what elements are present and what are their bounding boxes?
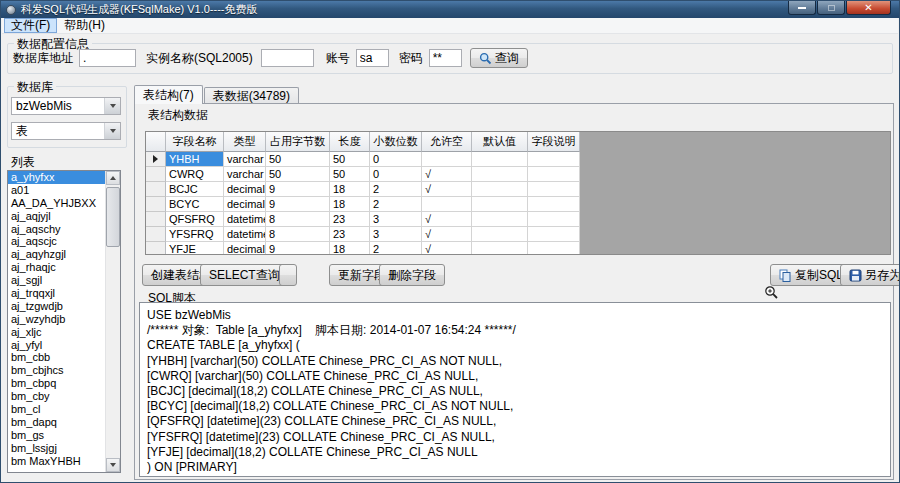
grid-cell[interactable]: 3 bbox=[370, 212, 422, 227]
list-item[interactable]: bm_cby bbox=[8, 390, 105, 403]
list-item[interactable]: aj_sgjl bbox=[8, 274, 105, 287]
sql-script-textbox[interactable]: USE bzWebMis /****** 对象: Table [a_yhyfxx… bbox=[139, 302, 891, 477]
object-type-combobox-dropdown[interactable] bbox=[104, 123, 120, 139]
grid-cell[interactable]: √ bbox=[422, 167, 472, 182]
grid-cell[interactable] bbox=[528, 242, 580, 255]
grid-cell[interactable]: QFSFRQ bbox=[166, 212, 224, 227]
grid-cell[interactable]: 2 bbox=[370, 182, 422, 197]
grid-corner[interactable] bbox=[146, 132, 166, 152]
grid-cell[interactable] bbox=[472, 197, 528, 212]
column-header[interactable]: 允许空 bbox=[422, 132, 472, 152]
grid-cell[interactable]: decimal bbox=[224, 197, 266, 212]
column-header[interactable]: 长度 bbox=[330, 132, 370, 152]
tab-data[interactable]: 表数据(34789) bbox=[204, 87, 299, 104]
list-item[interactable]: aj_xljc bbox=[8, 326, 105, 339]
grid-cell[interactable]: BCJC bbox=[166, 182, 224, 197]
grid-cell[interactable]: 18 bbox=[330, 197, 370, 212]
scroll-down-button[interactable] bbox=[106, 458, 120, 472]
grid-cell[interactable]: 2 bbox=[370, 242, 422, 255]
row-header[interactable] bbox=[146, 197, 166, 212]
column-header[interactable]: 默认值 bbox=[472, 132, 528, 152]
account-input[interactable] bbox=[356, 49, 389, 67]
grid-cell[interactable] bbox=[472, 182, 528, 197]
grid-cell[interactable]: YHBH bbox=[166, 152, 224, 167]
database-combobox-dropdown[interactable] bbox=[104, 98, 120, 114]
list-item[interactable]: aj_yfyl bbox=[8, 339, 105, 352]
list-item[interactable]: bm_cbjhcs bbox=[8, 364, 105, 377]
grid-cell[interactable] bbox=[472, 152, 528, 167]
list-item[interactable]: aj_rhaqjc bbox=[8, 261, 105, 274]
grid-cell[interactable]: 8 bbox=[266, 212, 330, 227]
grid-cell[interactable] bbox=[528, 182, 580, 197]
list-item[interactable]: aj_aqscjc bbox=[8, 235, 105, 248]
list-item[interactable]: aj_trqqxjl bbox=[8, 287, 105, 300]
menu-help[interactable]: 帮助(H) bbox=[57, 18, 112, 33]
menu-file[interactable]: 文件(F) bbox=[4, 18, 57, 33]
grid-cell[interactable]: CWRQ bbox=[166, 167, 224, 182]
row-header-current[interactable] bbox=[146, 152, 166, 167]
minimize-button[interactable] bbox=[788, 1, 816, 15]
list-item[interactable]: bm_dapq bbox=[8, 416, 105, 429]
list-item[interactable]: bm_lssjgj bbox=[8, 442, 105, 455]
list-item[interactable]: aj_aqschy bbox=[8, 223, 105, 236]
grid-cell[interactable] bbox=[528, 152, 580, 167]
grid-cell[interactable]: 50 bbox=[266, 167, 330, 182]
grid-cell[interactable]: 2 bbox=[370, 197, 422, 212]
instance-input[interactable] bbox=[261, 49, 314, 67]
grid-cell[interactable] bbox=[528, 197, 580, 212]
maximize-button[interactable] bbox=[817, 1, 845, 15]
grid-cell[interactable]: √ bbox=[422, 227, 472, 242]
grid-cell[interactable]: √ bbox=[422, 212, 472, 227]
grid-cell[interactable]: 18 bbox=[330, 242, 370, 255]
save-as-button[interactable]: 另存为 bbox=[840, 264, 900, 286]
grid-cell[interactable] bbox=[422, 197, 472, 212]
grid-cell[interactable]: decimal bbox=[224, 242, 266, 255]
list-item[interactable]: bm MaxYHBH bbox=[8, 455, 105, 468]
grid-cell[interactable]: 18 bbox=[330, 182, 370, 197]
add-field-button[interactable] bbox=[279, 264, 297, 286]
grid-cell[interactable]: 50 bbox=[266, 152, 330, 167]
list-item[interactable]: a_yhyfxx bbox=[8, 171, 105, 184]
row-header[interactable] bbox=[146, 227, 166, 242]
scroll-up-button[interactable] bbox=[106, 171, 120, 185]
list-item[interactable]: aj_aqjyjl bbox=[8, 210, 105, 223]
list-item[interactable]: bm_cbpq bbox=[8, 377, 105, 390]
grid-cell[interactable]: 23 bbox=[330, 227, 370, 242]
grid-cell[interactable]: 0 bbox=[370, 167, 422, 182]
list-item[interactable]: AA_DA_YHJBXX bbox=[8, 197, 105, 210]
db-address-input[interactable] bbox=[79, 49, 136, 67]
list-item[interactable]: bm_cl bbox=[8, 403, 105, 416]
grid-cell[interactable]: BCYC bbox=[166, 197, 224, 212]
grid-cell[interactable] bbox=[528, 227, 580, 242]
object-type-combobox[interactable]: 表 bbox=[11, 122, 121, 140]
column-header[interactable]: 字段名称 bbox=[166, 132, 224, 152]
password-input[interactable] bbox=[429, 49, 462, 67]
grid-cell[interactable] bbox=[422, 152, 472, 167]
grid-cell[interactable]: varchar bbox=[224, 167, 266, 182]
list-scrollbar[interactable] bbox=[105, 171, 120, 472]
query-button[interactable]: 查询 bbox=[470, 48, 528, 68]
grid-cell[interactable]: YFJE bbox=[166, 242, 224, 255]
list-item[interactable]: aj_tzgwdjb bbox=[8, 300, 105, 313]
grid-cell[interactable] bbox=[472, 212, 528, 227]
grid-cell[interactable] bbox=[472, 227, 528, 242]
list-item[interactable]: aj_aqyhzgjl bbox=[8, 248, 105, 261]
grid-cell[interactable]: 0 bbox=[370, 152, 422, 167]
grid-cell[interactable] bbox=[528, 167, 580, 182]
list-item[interactable]: a01 bbox=[8, 184, 105, 197]
column-header[interactable]: 类型 bbox=[224, 132, 266, 152]
grid-cell[interactable] bbox=[472, 242, 528, 255]
close-button[interactable]: ✕ bbox=[846, 1, 891, 15]
grid-cell[interactable]: YFSFRQ bbox=[166, 227, 224, 242]
grid-cell[interactable]: datetime bbox=[224, 212, 266, 227]
grid-cell[interactable]: 50 bbox=[330, 152, 370, 167]
row-header[interactable] bbox=[146, 242, 166, 255]
grid-cell[interactable]: 9 bbox=[266, 242, 330, 255]
delete-field-button[interactable]: 删除字段 bbox=[379, 264, 445, 286]
list-item[interactable]: bm_cbb bbox=[8, 351, 105, 364]
column-header[interactable]: 占用字节数 bbox=[266, 132, 330, 152]
table-listbox[interactable]: a_yhyfxx a01 AA_DA_YHJBXX aj_aqjyjl aj_a… bbox=[7, 170, 121, 473]
database-combobox[interactable]: bzWebMis bbox=[11, 97, 121, 115]
grid-cell[interactable]: √ bbox=[422, 182, 472, 197]
grid-cell[interactable] bbox=[528, 212, 580, 227]
